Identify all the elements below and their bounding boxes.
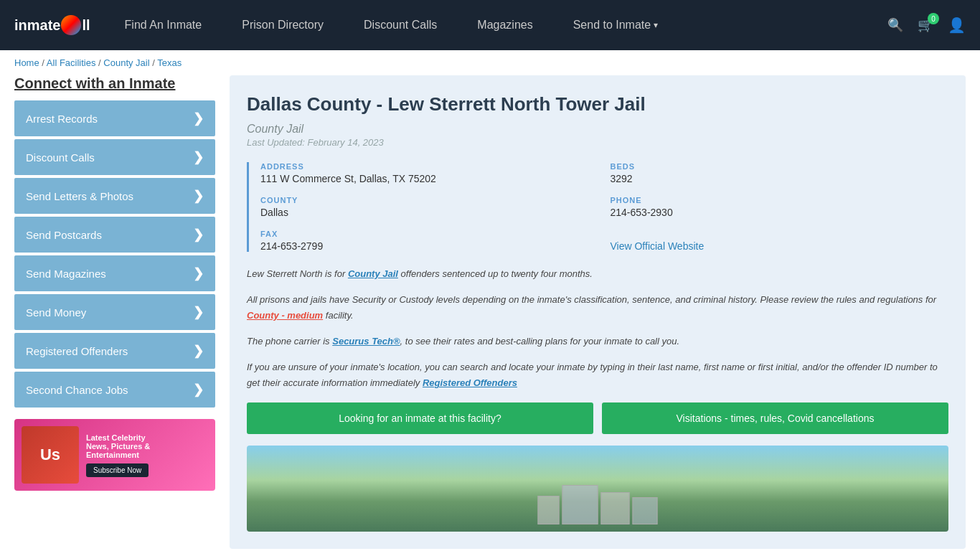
ad-image-placeholder: Us [22, 426, 79, 484]
chevron-right-icon: ❯ [193, 265, 204, 281]
aerial-buildings [538, 485, 658, 524]
logo-text: inmate [14, 17, 60, 34]
chevron-right-icon: ❯ [193, 188, 204, 204]
registered-offenders-link[interactable]: Registered Offenders [423, 377, 517, 388]
logo-icon [61, 15, 81, 35]
facility-type: County Jail [247, 123, 948, 136]
nav-send-to-inmate[interactable]: Send to Inmate ▾ [553, 0, 679, 50]
ad-headline: Latest Celebrity News, Pictures & Entert… [86, 433, 208, 459]
chevron-right-icon: ❯ [193, 110, 204, 126]
sidebar: Connect with an Inmate Arrest Records ❯ … [14, 75, 215, 549]
looking-for-inmate-button[interactable]: Looking for an inmate at this facility? [247, 402, 593, 434]
nav-magazines[interactable]: Magazines [457, 0, 552, 50]
breadcrumb-county-jail[interactable]: County Jail [103, 57, 149, 68]
sidebar-item-send-letters[interactable]: Send Letters & Photos ❯ [14, 178, 215, 214]
cart-wrapper[interactable]: 🛒 0 [918, 17, 933, 33]
dropdown-arrow-icon: ▾ [654, 20, 658, 30]
beds-field: BEDS 3292 [611, 162, 949, 184]
action-buttons: Looking for an inmate at this facility? … [247, 402, 948, 434]
sidebar-item-arrest-records[interactable]: Arrest Records ❯ [14, 100, 215, 136]
breadcrumb-texas[interactable]: Texas [157, 57, 182, 68]
sidebar-item-registered-offenders[interactable]: Registered Offenders ❯ [14, 333, 215, 369]
county-medium-link[interactable]: County - medium [247, 310, 323, 321]
desc-para-1: Lew Sterrett North is for County Jail of… [247, 266, 948, 282]
fax-label: FAX [260, 230, 599, 238]
county-label: COUNTY [260, 196, 599, 204]
desc-para-4: If you are unsure of your inmate's locat… [247, 359, 948, 391]
website-field: View Official Website [611, 230, 949, 252]
sidebar-title: Connect with an Inmate [14, 75, 215, 92]
breadcrumb-home[interactable]: Home [14, 57, 39, 68]
sidebar-item-send-postcards[interactable]: Send Postcards ❯ [14, 217, 215, 253]
content-area: Dallas County - Lew Sterrett North Tower… [230, 75, 966, 549]
facility-last-updated: Last Updated: February 14, 2023 [247, 137, 948, 148]
sidebar-item-send-money[interactable]: Send Money ❯ [14, 294, 215, 330]
advertisement: Us Latest Celebrity News, Pictures & Ent… [14, 419, 215, 491]
logo[interactable]: inmate ll [14, 15, 90, 35]
navbar-nav: Find An Inmate Prison Directory Discount… [105, 0, 887, 50]
address-value: 111 W Commerce St, Dallas, TX 75202 [260, 173, 599, 184]
address-field: ADDRESS 111 W Commerce St, Dallas, TX 75… [260, 162, 599, 184]
logo-suffix: ll [82, 17, 90, 34]
breadcrumb: Home / All Facilities / County Jail / Te… [0, 50, 980, 75]
sidebar-item-second-chance-jobs[interactable]: Second Chance Jobs ❯ [14, 372, 215, 408]
county-field: COUNTY Dallas [260, 196, 599, 218]
nav-prison-directory[interactable]: Prison Directory [222, 0, 344, 50]
navbar-actions: 🔍 🛒 0 👤 [887, 17, 966, 34]
phone-value: 214-653-2930 [611, 207, 949, 218]
beds-value: 3292 [611, 173, 949, 184]
sidebar-item-send-magazines[interactable]: Send Magazines ❯ [14, 255, 215, 291]
beds-label: BEDS [611, 162, 949, 171]
facility-description: Lew Sterrett North is for County Jail of… [247, 266, 948, 392]
desc-para-3: The phone carrier is Securus Tech®, to s… [247, 334, 948, 349]
fax-field: FAX 214-653-2799 [260, 230, 599, 252]
desc-para-2: All prisons and jails have Security or C… [247, 292, 948, 324]
nav-discount-calls[interactable]: Discount Calls [344, 0, 457, 50]
chevron-right-icon: ❯ [193, 149, 204, 165]
phone-field: PHONE 214-653-2930 [611, 196, 949, 218]
chevron-right-icon: ❯ [193, 382, 204, 397]
facility-title: Dallas County - Lew Sterrett North Tower… [247, 93, 948, 117]
cart-badge: 0 [928, 13, 939, 24]
sidebar-menu: Arrest Records ❯ Discount Calls ❯ Send L… [14, 100, 215, 408]
visitations-button[interactable]: Visitations - times, rules, Covid cancel… [602, 402, 948, 434]
navbar: inmate ll Find An Inmate Prison Director… [0, 0, 980, 50]
securus-link[interactable]: Securus Tech® [332, 336, 400, 347]
county-jail-link[interactable]: County Jail [348, 268, 398, 279]
fax-value: 214-653-2799 [260, 240, 599, 252]
info-grid: ADDRESS 111 W Commerce St, Dallas, TX 75… [247, 162, 948, 252]
breadcrumb-all-facilities[interactable]: All Facilities [47, 57, 96, 68]
county-value: Dallas [260, 207, 599, 218]
nav-find-inmate[interactable]: Find An Inmate [105, 0, 222, 50]
ad-content: Latest Celebrity News, Pictures & Entert… [86, 433, 208, 477]
search-icon[interactable]: 🔍 [887, 17, 903, 33]
us-magazine-logo: Us [40, 446, 60, 464]
aerial-image [247, 446, 948, 532]
user-icon[interactable]: 👤 [948, 17, 966, 34]
sidebar-item-discount-calls[interactable]: Discount Calls ❯ [14, 139, 215, 175]
address-label: ADDRESS [260, 162, 599, 171]
ad-subscribe-button[interactable]: Subscribe Now [86, 463, 149, 477]
chevron-right-icon: ❯ [193, 304, 204, 320]
chevron-right-icon: ❯ [193, 227, 204, 242]
chevron-right-icon: ❯ [193, 343, 204, 359]
phone-label: PHONE [611, 196, 949, 204]
main-container: Connect with an Inmate Arrest Records ❯ … [0, 75, 980, 551]
official-website-link[interactable]: View Official Website [611, 240, 705, 252]
